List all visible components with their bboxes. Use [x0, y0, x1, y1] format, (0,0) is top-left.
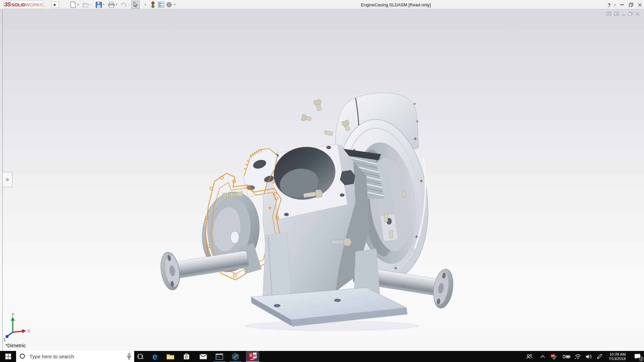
new-document-icon	[70, 1, 76, 8]
solidworks-logo[interactable]: ЗS SOLIDWORKS	[3, 1, 44, 9]
mail-button[interactable]	[197, 351, 210, 362]
graphics-area[interactable]: Y X Z *Dimetric	[0, 9, 644, 351]
app-titlebar[interactable]: ЗS SOLIDWORKS ▶ ▾ ▾	[0, 0, 644, 9]
options-dropdown-caret[interactable]: ▾	[173, 3, 176, 7]
minimize-icon	[620, 4, 624, 5]
cortana-icon	[20, 354, 25, 359]
save-button[interactable]	[95, 1, 103, 9]
store-icon	[183, 353, 190, 360]
speaker-icon	[586, 354, 592, 359]
new-dropdown-caret[interactable]: ▾	[76, 3, 80, 7]
properties-list-icon	[158, 2, 164, 8]
undo-icon	[120, 2, 127, 8]
component-properties-button[interactable]	[157, 1, 165, 9]
z-axis-label: Z	[3, 337, 7, 342]
save-dropdown-caret[interactable]: ▾	[102, 3, 105, 7]
save-floppy-icon	[96, 2, 102, 8]
pen-icon	[597, 354, 602, 359]
app-minimize-button[interactable]	[619, 0, 625, 9]
tray-date: 7/13/2018	[608, 357, 626, 361]
battery-charging-icon	[562, 354, 571, 359]
volume-tray[interactable]	[584, 351, 594, 362]
clock-tray[interactable]: 10:28 AM 7/13/2018	[605, 351, 629, 362]
wifi-icon	[575, 354, 581, 359]
app-close-button[interactable]	[636, 0, 643, 9]
view-orientation-label: *Dimetric	[5, 343, 26, 348]
rebuild-stoplight-button[interactable]	[149, 1, 157, 9]
menu-flyout-arrow-button[interactable]: ▶	[51, 1, 59, 8]
z-axis-ball	[6, 335, 9, 338]
wifi-tray[interactable]	[573, 351, 583, 362]
chevron-up-icon	[540, 355, 545, 358]
edge-icon: e	[152, 353, 157, 361]
task-view-icon	[137, 354, 144, 359]
undo-button	[119, 1, 127, 9]
windows-logo-icon	[5, 354, 11, 359]
engine-casing-model[interactable]	[0, 9, 644, 351]
x-axis-label: X	[27, 329, 31, 334]
solidworks-glyph: ЗS	[4, 1, 11, 8]
svg-text:SW: SW	[551, 355, 555, 357]
new-document-button[interactable]	[69, 1, 77, 9]
notification-badge: 2	[639, 357, 643, 361]
start-button[interactable]	[0, 351, 16, 362]
file-explorer-button[interactable]	[164, 351, 177, 362]
print-dropdown-caret[interactable]: ▾	[115, 3, 118, 7]
y-axis-label: Y	[11, 313, 14, 317]
y-axis-arrow	[11, 317, 15, 321]
document-title: EngineCasing.SLDASM [Read-only]	[361, 2, 431, 7]
x-axis-arrow	[22, 329, 26, 333]
brand-works: WORKS	[25, 2, 43, 7]
print-button[interactable]	[107, 1, 115, 9]
command-prompt-icon: C:\_	[216, 354, 223, 360]
select-cursor-icon	[133, 2, 138, 8]
close-icon	[638, 3, 642, 7]
brand-solid: SOLID	[11, 2, 25, 7]
hexagon-app-button[interactable]	[229, 351, 242, 362]
solidworks-taskbar-button[interactable]: S W 2017	[246, 351, 259, 362]
search-input[interactable]	[30, 351, 120, 362]
people-icon	[526, 354, 533, 359]
solidworks-2017-icon: S W 2017	[249, 353, 257, 361]
stoplight-icon	[151, 1, 155, 8]
options-button[interactable]	[165, 1, 173, 9]
open-folder-icon	[83, 2, 89, 8]
people-button[interactable]	[524, 351, 535, 362]
file-explorer-icon	[166, 353, 174, 360]
hexagon-app-icon	[231, 353, 239, 361]
wifi-status-dot	[575, 358, 576, 359]
help-dropdown-caret[interactable]: ▾	[613, 3, 616, 7]
cmd-label: C:\_	[217, 355, 221, 358]
tray-overflow-button[interactable]	[538, 351, 547, 362]
print-icon	[108, 2, 115, 8]
tray-time: 10:28 AM	[608, 352, 626, 357]
task-view-button[interactable]	[133, 351, 147, 362]
model-geometry[interactable]	[158, 93, 455, 331]
edge-button[interactable]: e	[148, 351, 162, 362]
open-dropdown-caret: ▾	[89, 3, 93, 7]
gear-icon	[166, 1, 172, 8]
solidworks-check-icon: SW	[550, 354, 557, 360]
restore-icon	[629, 3, 633, 7]
battery-tray[interactable]	[561, 351, 572, 362]
help-button[interactable]: ?	[606, 0, 612, 9]
app-restore-button[interactable]	[627, 0, 635, 9]
windows-taskbar: e	[0, 351, 644, 362]
orientation-triad: Y X Z	[3, 313, 40, 345]
command-prompt-button[interactable]: C:\_	[213, 351, 226, 362]
undo-dropdown-caret: ▾	[127, 3, 130, 7]
windows-ink-tray[interactable]	[594, 351, 604, 362]
select-button[interactable]	[131, 1, 140, 9]
desktop: ЗS SOLIDWORKS ▶ ▾ ▾	[0, 0, 644, 362]
action-center-button[interactable]: 2	[631, 351, 644, 362]
select-dropdown-caret[interactable]: ▾	[144, 3, 147, 7]
open-button[interactable]	[82, 1, 90, 9]
microphone-icon[interactable]	[127, 353, 131, 360]
store-button[interactable]	[180, 351, 193, 362]
solidworks-monitor-tray[interactable]: SW	[549, 351, 559, 362]
mail-icon	[200, 354, 207, 359]
taskbar-search[interactable]	[16, 351, 134, 362]
